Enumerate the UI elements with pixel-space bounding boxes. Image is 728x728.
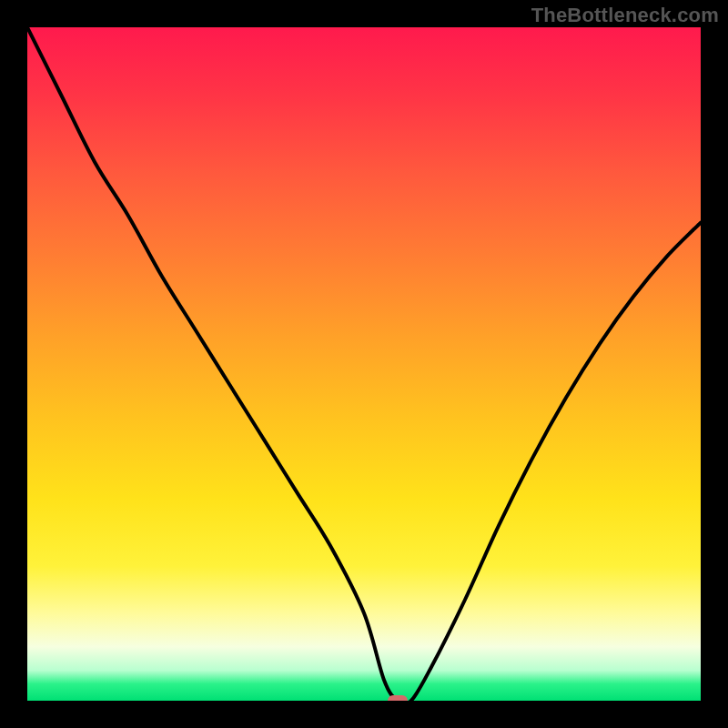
curve-svg bbox=[27, 27, 701, 701]
chart-frame: TheBottleneck.com bbox=[0, 0, 728, 728]
bottleneck-curve bbox=[27, 27, 701, 701]
watermark-text: TheBottleneck.com bbox=[531, 4, 719, 27]
plot-area bbox=[27, 27, 701, 701]
optimal-marker bbox=[388, 695, 408, 701]
